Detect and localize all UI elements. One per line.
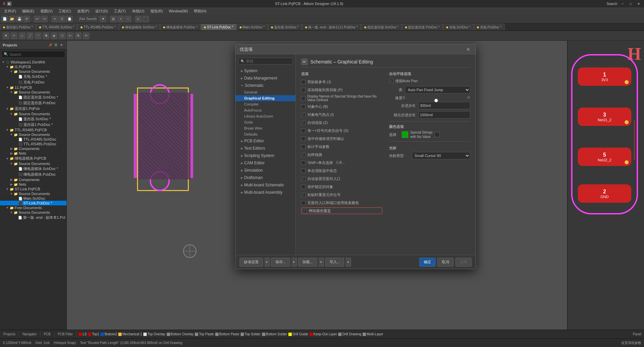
- save-dropdown[interactable]: ▼: [291, 258, 297, 267]
- menu-view[interactable]: 视图(V): [38, 8, 55, 14]
- nav-multiboard-sch[interactable]: ▶ Multi-board Schematic: [236, 181, 295, 189]
- menu-tools[interactable]: 工具(T): [111, 8, 129, 14]
- chk-always-drag[interactable]: ✓: [301, 153, 305, 157]
- tree-main-sch[interactable]: 📄 Main.SchDoc: [0, 196, 67, 201]
- pcb-tool-move[interactable]: ✥: [43, 32, 49, 39]
- tree-src-ttl[interactable]: ▼ 📁 Source Documents: [0, 132, 67, 137]
- chk-add-template[interactable]: [301, 88, 305, 92]
- apply-button[interactable]: 应用: [456, 258, 472, 267]
- nav-cam-editor[interactable]: ▶ CAM Editor: [236, 159, 295, 167]
- tree-src-relay[interactable]: ▼ 📁 Source Documents: [0, 161, 67, 166]
- layer-top-solder[interactable]: Top Solder: [241, 332, 261, 336]
- menu-report[interactable]: 报告(R): [148, 8, 165, 14]
- tree-fixed-sch[interactable]: 📄 固定遥控器.SchDoc *: [0, 95, 67, 100]
- tree-chg-sch[interactable]: 📄 充电.SchDoc *: [0, 74, 67, 79]
- menu-file[interactable]: 文件(F): [1, 8, 19, 14]
- nav-text-editors[interactable]: ▶ Text Editors: [236, 145, 295, 152]
- tab-pcb1[interactable]: 遥控器1.PcbDoc *: [0, 24, 36, 30]
- nav-autofocus[interactable]: AutoFocus: [236, 107, 295, 113]
- pcb-tool-3d[interactable]: ⬡: [59, 32, 66, 39]
- layer-bottom-paste[interactable]: Bottom Paste: [215, 332, 239, 336]
- tree-src-remote[interactable]: ▼ 📁 Source Documents: [0, 112, 67, 116]
- tree-fixed-pcb[interactable]: ⬛ 固定遥控器.PcbDoc: [0, 100, 67, 106]
- tab-projects[interactable]: Projects: [0, 332, 19, 337]
- toolbar-undo[interactable]: ↩: [34, 16, 40, 22]
- layer-mechanical1[interactable]: Mechanical 1: [118, 332, 142, 336]
- tree-ttl-nets[interactable]: ▶ 📁 Nets: [0, 151, 67, 156]
- tree-proj-remote[interactable]: ▼ 📁 遥控器1.PrjPcb: [0, 106, 67, 112]
- load-dropdown[interactable]: ▼: [318, 258, 324, 267]
- toolbar-copy[interactable]: ⎘: [59, 16, 66, 22]
- layer-drill-guide[interactable]: Drill Guide: [288, 332, 308, 336]
- panel-menu-button[interactable]: ☰: [53, 43, 58, 47]
- chk-harness-color[interactable]: [301, 201, 305, 205]
- chk-confirm-clear[interactable]: [301, 137, 305, 141]
- color-swatch[interactable]: [402, 131, 408, 138]
- tab-stlink-pcb[interactable]: ST-Link.PcbDoc *: [201, 24, 236, 30]
- chk-protect-locked[interactable]: [301, 185, 305, 189]
- pcb-tool-filter[interactable]: ▼: [3, 32, 9, 39]
- layer-drill-drawing[interactable]: Drill Drawing: [338, 332, 361, 336]
- tab-sch2[interactable]: 继电器模块.SchDoc *: [119, 24, 159, 30]
- close-button[interactable]: ✕: [636, 1, 641, 6]
- chk-clear-on-click[interactable]: [301, 169, 305, 173]
- move-step-input[interactable]: [418, 111, 470, 119]
- import-button[interactable]: 导入...: [325, 258, 344, 267]
- toolbar-save-all[interactable]: ⟳: [23, 16, 30, 22]
- step-input[interactable]: [418, 102, 470, 109]
- toolbar-redo[interactable]: ↪: [41, 16, 48, 22]
- chk-clipboard-ref[interactable]: [301, 80, 305, 84]
- nav-schematic[interactable]: ▼ Schematic: [236, 82, 295, 89]
- layer-top-paste[interactable]: Top Paste: [195, 332, 214, 336]
- tab-pcb-filter[interactable]: PCB Filter: [54, 332, 77, 337]
- layer-top-overlay[interactable]: Top Overlay: [143, 332, 165, 336]
- layer-multi[interactable]: Multi-Layer: [363, 332, 383, 336]
- layer-top1[interactable]: Top1: [88, 332, 99, 336]
- layer-ls[interactable]: LS: [79, 332, 87, 336]
- load-button[interactable]: 加载...: [298, 258, 317, 267]
- pcb-tool-text[interactable]: A: [75, 32, 82, 39]
- nav-break-wire[interactable]: Break Wire: [236, 125, 295, 131]
- nav-library-autozoom[interactable]: Library AutoZoom: [236, 113, 295, 119]
- toolbar-paste[interactable]: 📋: [66, 16, 73, 22]
- chk-shift-click[interactable]: [301, 161, 305, 165]
- not-saved-indicator[interactable]: (Not Saved): [77, 16, 99, 22]
- default-settings-button[interactable]: 缺省设置: [240, 258, 263, 267]
- tree-remote-pcb[interactable]: ⬛ 遥控器1.PcbDoc *: [0, 122, 67, 128]
- nav-scripting[interactable]: ▶ Scripting System: [236, 152, 295, 159]
- dialog-close-button[interactable]: ✕: [465, 46, 472, 53]
- toolbar-run[interactable]: ▷: [135, 16, 142, 22]
- layer-bottom-overlay[interactable]: Bottom Overlay: [167, 332, 194, 336]
- tree-proj-stlink[interactable]: ▼ 📁 ST-Link.PrjPCB: [0, 187, 67, 191]
- menu-window[interactable]: Window(W): [166, 8, 190, 14]
- tree-relay-nets[interactable]: ▶ 📁 Nets: [0, 182, 67, 187]
- pcb-tool-select[interactable]: ◈: [51, 32, 57, 39]
- toolbar-debug[interactable]: ⬛: [142, 16, 149, 22]
- tab-remote-sch[interactable]: 遥控器.SchDoc *: [268, 24, 302, 30]
- tab-fixed-pcb[interactable]: 固定遥控器.PcbDoc *: [402, 24, 442, 30]
- toolbar-open[interactable]: 📂: [9, 16, 15, 22]
- toolbar-zoom-out[interactable]: −: [125, 16, 131, 22]
- nav-simulation[interactable]: ▶ Simulation: [236, 167, 295, 174]
- nav-multiboard-asm[interactable]: ▶ Multi-board Assembly: [236, 189, 295, 196]
- layer-keepout[interactable]: Keep-Out Layer: [309, 332, 337, 336]
- tree-src-11[interactable]: ▼ 📁 Source Documents: [0, 90, 67, 95]
- tree-free-docs[interactable]: ▼ 📁 Free Documents: [0, 205, 67, 210]
- tab-ver1[interactable]: 第一版 -end - 副本1111.PcbDoc *: [302, 24, 361, 30]
- nav-pcb-editor[interactable]: ▶ PCB Editor: [236, 137, 295, 145]
- menu-help[interactable]: 帮助(H): [191, 8, 209, 14]
- chk-electrical-hotspot[interactable]: ✓: [301, 113, 305, 117]
- panel-pin-button[interactable]: 📌: [48, 43, 52, 47]
- import-dropdown[interactable]: ▼: [346, 258, 351, 267]
- tab-navigator[interactable]: Navigator: [19, 332, 40, 337]
- toolbar-zoom-in[interactable]: +: [117, 16, 124, 22]
- menu-project[interactable]: 工程(C): [56, 8, 74, 14]
- tree-proj-relay[interactable]: ▼ 📁 继电器模块.PrjPCB: [0, 156, 67, 161]
- toolbar-new[interactable]: 📄: [1, 16, 8, 22]
- toolbar-dropdown[interactable]: ▼: [100, 16, 106, 22]
- cursor-type-select[interactable]: Small Cursor 90 Large Cursor 90 Small Cu…: [412, 152, 470, 159]
- tab-chg-sch[interactable]: 充电.SchDoc *: [443, 24, 474, 30]
- nav-data-management[interactable]: ▶ Data Management: [236, 74, 295, 82]
- menu-edit[interactable]: 编辑(E): [19, 8, 37, 14]
- maximize-button[interactable]: □: [628, 1, 633, 6]
